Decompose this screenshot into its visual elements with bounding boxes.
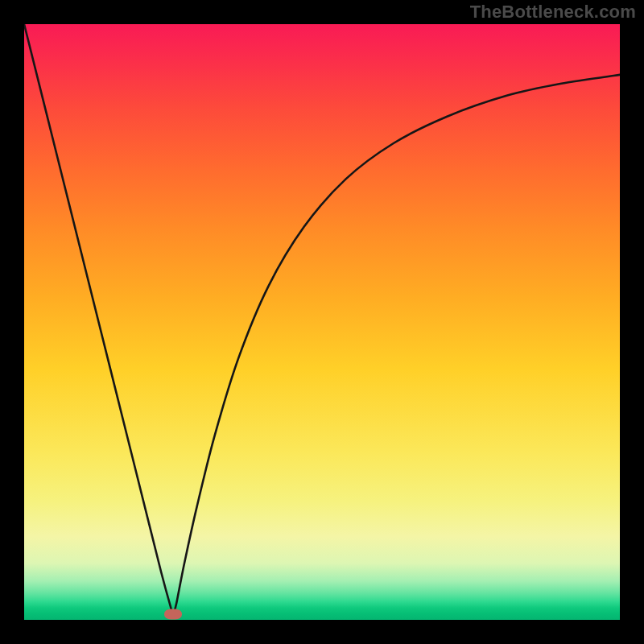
minimum-marker — [164, 609, 182, 619]
plot-area — [24, 24, 620, 620]
curve-path — [24, 24, 620, 614]
bottleneck-curve — [24, 24, 620, 620]
watermark-text: TheBottleneck.com — [470, 2, 636, 23]
chart-frame: TheBottleneck.com — [0, 0, 644, 644]
